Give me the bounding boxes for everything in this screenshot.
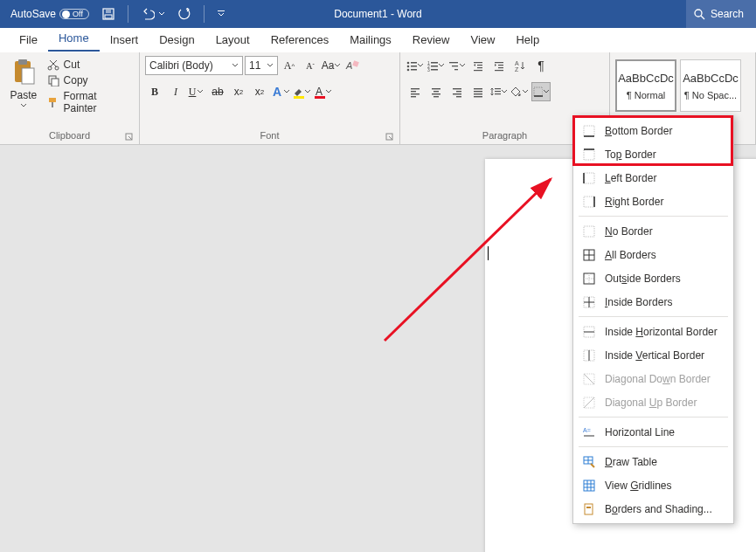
svg-rect-64 [495,88,501,89]
bullets-button[interactable] [406,56,425,75]
menu-all-borders[interactable]: All Borders [575,243,732,266]
align-left-button[interactable] [406,82,425,101]
svg-rect-54 [432,93,440,94]
tab-insert[interactable]: Insert [100,28,149,52]
svg-rect-41 [474,70,482,71]
cut-button[interactable]: Cut [45,58,134,72]
shading-button[interactable] [510,82,530,101]
svg-rect-45 [495,70,503,71]
menu-bottom-border[interactable]: BBottom Borderottom Border [575,119,732,142]
autosave-toggle[interactable]: AutoSave Off [7,5,93,23]
menu-inside-horizontal[interactable]: Inside Horizontal Border [575,320,732,343]
svg-line-93 [584,374,594,384]
tab-review[interactable]: Review [402,28,461,52]
strike-button[interactable]: ab [208,82,227,101]
show-paragraph-button[interactable]: ¶ [531,56,551,75]
redo-button[interactable] [174,5,195,23]
qat-customize[interactable] [213,7,229,21]
tab-help[interactable]: Help [505,28,550,52]
borders-button[interactable] [531,82,551,101]
align-right-button[interactable] [447,82,467,101]
menu-horizontal-line[interactable]: A= Horizontal Line [575,420,732,444]
svg-rect-44 [498,67,503,68]
tab-file[interactable]: File [9,28,48,52]
copy-button[interactable]: Copy [45,73,134,87]
paste-button[interactable]: Paste [5,58,42,108]
svg-rect-52 [432,88,440,89]
subscript-button[interactable]: x2 [229,82,248,101]
menu-left-border[interactable]: Left Border [575,166,732,190]
tab-view[interactable]: View [460,28,505,52]
autosave-label: AutoSave [10,8,56,20]
chevron-down-icon [334,62,341,69]
indent-icon [493,59,505,72]
tab-mailings[interactable]: Mailings [339,28,402,52]
justify-button[interactable] [468,82,488,101]
menu-right-border[interactable]: Right Border [575,190,732,213]
format-painter-label: Format Painter [63,90,132,114]
chevron-down-icon [501,88,508,95]
grow-font-button[interactable]: A^ [280,56,299,75]
menu-inside-borders[interactable]: Inside Borders [575,290,732,314]
shading-icon [510,86,522,98]
menu-view-gridlines[interactable]: View Gridlines [575,473,732,497]
format-painter-icon [47,96,59,108]
chevron-down-icon [304,88,311,95]
numbering-button[interactable]: 123 [427,56,446,75]
svg-text:A: A [345,60,352,71]
font-size-combo[interactable]: 11 [245,56,278,75]
highlight-button[interactable] [292,82,311,101]
line-spacing-button[interactable] [489,82,509,101]
svg-rect-17 [352,60,359,67]
italic-button[interactable]: I [166,82,185,101]
chevron-down-icon [197,88,204,95]
autosave-pill: Off [59,9,89,19]
text-effects-button[interactable]: A [271,82,290,101]
decrease-indent-button[interactable] [468,56,488,75]
dialog-launcher-font[interactable] [385,133,394,141]
tab-home[interactable]: Home [48,26,100,52]
group-clipboard: Paste Cut Copy Format Painter Clipboa [0,52,140,144]
search-box[interactable]: Search [686,0,756,28]
text-effects-icon: A [271,85,283,99]
inside-v-icon [582,348,596,362]
shrink-font-button[interactable]: Aˇ [301,56,320,75]
style-nospacing[interactable]: AaBbCcDc ¶ No Spac... [680,59,741,112]
clear-format-icon: A [345,59,359,72]
paste-icon [11,58,36,87]
bold-button[interactable]: B [145,82,164,101]
bottom-border-icon [582,124,596,138]
font-name-combo[interactable]: Calibri (Body) [145,56,243,75]
menu-top-border[interactable]: ToPp Border [575,142,732,166]
save-button[interactable] [98,4,119,24]
sort-button[interactable]: AZ [510,56,530,75]
sort-icon: AZ [514,59,526,72]
format-painter-button[interactable]: Format Painter [45,89,134,115]
change-case-button[interactable]: Aa [322,56,341,75]
superscript-button[interactable]: x2 [250,82,269,101]
svg-rect-51 [411,96,416,97]
tab-layout[interactable]: Layout [205,28,260,52]
style-normal[interactable]: AaBbCcDc ¶ Normal [615,59,676,112]
menu-inside-vertical[interactable]: Inside Vertical Border [575,343,732,367]
chevron-down-icon [417,62,424,69]
increase-indent-button[interactable] [489,56,509,75]
tab-design[interactable]: Design [149,28,205,52]
menu-draw-table[interactable]: Draw Table [575,450,732,473]
align-center-button[interactable] [427,82,446,101]
clear-formatting-button[interactable]: A [343,56,362,75]
menu-no-border[interactable]: No Border [575,219,732,243]
justify-icon [472,86,484,98]
svg-rect-19 [294,96,304,99]
underline-button[interactable]: U [187,82,206,101]
svg-rect-13 [49,98,56,102]
menu-outside-borders[interactable]: Outside Borders [575,266,732,290]
menu-borders-shading[interactable]: Borders and Shading... [575,497,732,521]
undo-button[interactable] [137,5,169,23]
multilevel-button[interactable] [447,56,467,75]
font-color-button[interactable]: A [313,82,332,101]
tab-references[interactable]: References [260,28,339,52]
dialog-launcher-clipboard[interactable] [125,133,134,141]
svg-line-5 [701,16,704,19]
no-border-icon [582,224,596,238]
